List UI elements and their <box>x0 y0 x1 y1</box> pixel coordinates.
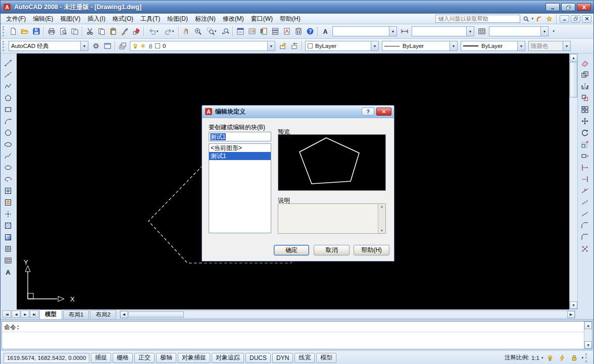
status-toggle[interactable]: DYN <box>272 353 293 363</box>
chevron-down-icon[interactable]: ▼ <box>517 41 525 50</box>
draw-insert-block-button[interactable] <box>2 185 14 196</box>
toolbar-grip[interactable] <box>3 41 5 51</box>
next-tab-button[interactable]: ▶ <box>21 310 29 318</box>
redo-dropdown-arrow[interactable]: ▾ <box>172 29 174 33</box>
layer-combo[interactable]: 0 ▼ <box>130 41 275 51</box>
zoom-window-dropdown-arrow[interactable]: ▾ <box>215 29 217 33</box>
standard-markup-set-manager-button[interactable] <box>281 26 292 37</box>
draw-gradient-button[interactable] <box>2 231 14 243</box>
modify-explode-button[interactable] <box>579 243 591 254</box>
prev-tab-button[interactable]: ◀ <box>12 310 20 318</box>
status-toggle[interactable]: DUCS <box>245 353 271 363</box>
dim-style-button[interactable] <box>399 26 410 37</box>
standard-paste-button[interactable] <box>107 26 119 37</box>
favorites-star-icon[interactable] <box>544 15 554 23</box>
layer-color-swatch[interactable] <box>155 43 160 48</box>
lineweight-combo[interactable]: ByLayer▼ <box>461 41 525 51</box>
draw-polyline-button[interactable] <box>2 80 14 92</box>
menu-item[interactable]: 工具(T) <box>137 14 164 24</box>
modify-break-at-point-button[interactable] <box>579 185 591 196</box>
modify-erase-button[interactable] <box>579 57 591 69</box>
drawing-canvas[interactable]: Y X A 编辑块定义 ? 要创建或编辑的块(B) 测试1 <box>17 54 569 309</box>
status-toggle[interactable]: 对象捕捉 <box>178 353 210 363</box>
dialog-close-button[interactable] <box>376 108 391 116</box>
draw-arc-button[interactable] <box>2 115 14 127</box>
command-window[interactable]: 命令: ▲ ▼ <box>2 321 592 349</box>
menu-item[interactable]: 标注(N) <box>191 14 219 24</box>
horizontal-scroll-thumb[interactable] <box>128 311 184 318</box>
scroll-down-icon[interactable]: ▼ <box>584 341 592 349</box>
standard-zoom-realtime-button[interactable] <box>192 26 204 37</box>
status-toggle[interactable]: 捕捉 <box>91 353 111 363</box>
chevron-down-icon[interactable]: ▼ <box>450 41 457 50</box>
vertical-scrollbar[interactable]: ▲ ▼ <box>569 54 578 309</box>
layer-properties-manager-button[interactable] <box>117 40 128 52</box>
menu-item[interactable]: 文件(F) <box>3 14 29 24</box>
standard-undo-button[interactable]: ▾ <box>145 26 161 37</box>
scroll-up-icon[interactable]: ▲ <box>584 322 592 329</box>
color-combo[interactable]: ByLayer▼ <box>305 41 379 51</box>
standard-plot-button[interactable] <box>45 26 57 37</box>
draw-circle-button[interactable] <box>2 127 14 138</box>
make-object-layer-current-button[interactable] <box>277 40 288 52</box>
layout-tab[interactable]: 布局1 <box>63 310 89 319</box>
workspace-combo[interactable]: AutoCAD 经典▼ <box>9 41 88 51</box>
scroll-down-icon[interactable]: ▼ <box>570 301 577 309</box>
menu-item[interactable]: 修改(M) <box>219 14 247 24</box>
vertical-scroll-thumb[interactable] <box>570 62 577 97</box>
dim-style-combo[interactable]: ▼ <box>412 26 474 36</box>
standard-match-properties-button[interactable] <box>119 26 130 37</box>
chevron-down-icon[interactable]: ▼ <box>540 27 548 36</box>
status-toggle[interactable]: 对象追踪 <box>212 353 244 363</box>
menu-item[interactable]: 窗口(W) <box>247 14 276 24</box>
draw-ellipse-button[interactable] <box>2 162 14 173</box>
minimize-button[interactable] <box>546 3 560 11</box>
annotation-scale-arrow[interactable]: ▾ <box>541 356 543 360</box>
standard-open-folder-button[interactable] <box>19 26 30 37</box>
ok-button[interactable]: 确定 <box>274 245 309 255</box>
help-button[interactable]: 帮助(H) <box>354 245 389 255</box>
menu-item[interactable]: 格式(O) <box>109 14 137 24</box>
my-workspace-button[interactable] <box>102 40 113 52</box>
block-list[interactable]: <当前图形>测试1 <box>209 143 271 233</box>
status-toggle[interactable]: 正交 <box>134 353 155 363</box>
draw-make-block-button[interactable] <box>2 196 14 208</box>
modify-join-button[interactable] <box>579 208 591 220</box>
toolbar-grip[interactable] <box>3 26 5 36</box>
chevron-down-icon[interactable]: ▼ <box>80 41 88 50</box>
modify-mirror-button[interactable] <box>579 80 591 92</box>
toolbar-options-button[interactable]: ▾ <box>550 26 557 37</box>
standard-zoom-previous-button[interactable] <box>219 26 231 37</box>
draw-revision-cloud-button[interactable] <box>2 138 14 150</box>
menu-item[interactable]: 帮助(H) <box>276 14 304 24</box>
modify-copy-object-button[interactable] <box>579 69 591 80</box>
annotation-visibility-icon[interactable]: A <box>545 353 555 363</box>
draw-polygon-button[interactable] <box>2 92 14 103</box>
modify-trim-button[interactable] <box>579 162 591 173</box>
draw-table-button[interactable] <box>2 254 14 266</box>
scroll-right-icon[interactable]: ▶ <box>567 311 575 318</box>
standard-zoom-window-button[interactable]: ▾ <box>204 26 219 37</box>
standard-save-button[interactable] <box>30 26 42 37</box>
coordinates-display[interactable]: 1619.5674, 1682.5432, 0.0000 <box>4 353 89 363</box>
standard-copy-clip-button[interactable] <box>95 26 107 37</box>
draw-construction-line-button[interactable] <box>2 69 14 80</box>
draw-spline-button[interactable] <box>2 150 14 162</box>
standard-pan-button[interactable] <box>180 26 192 37</box>
linetype-combo[interactable]: ByLayer▼ <box>382 41 458 51</box>
standard-tool-palettes-button[interactable] <box>258 26 269 37</box>
comm-center-icon[interactable] <box>534 15 543 23</box>
draw-multiline-text-button[interactable]: A <box>2 266 14 278</box>
horizontal-scrollbar[interactable]: ◀ ▶ <box>120 310 575 319</box>
modify-break-button[interactable] <box>579 196 591 208</box>
menu-item[interactable]: 插入(I) <box>84 14 109 24</box>
table-style-button[interactable] <box>476 26 487 37</box>
table-style-combo[interactable]: ▼ <box>489 26 549 36</box>
standard-properties-button[interactable] <box>234 26 246 37</box>
help-search-input[interactable] <box>435 15 520 23</box>
modify-offset-button[interactable] <box>579 92 591 103</box>
layer-freeze-icon[interactable] <box>140 43 147 49</box>
statusbar-menu-arrow[interactable]: ▾ <box>581 356 583 360</box>
last-tab-button[interactable]: ▶| <box>30 310 38 318</box>
menu-item[interactable]: 绘图(D) <box>164 14 191 24</box>
